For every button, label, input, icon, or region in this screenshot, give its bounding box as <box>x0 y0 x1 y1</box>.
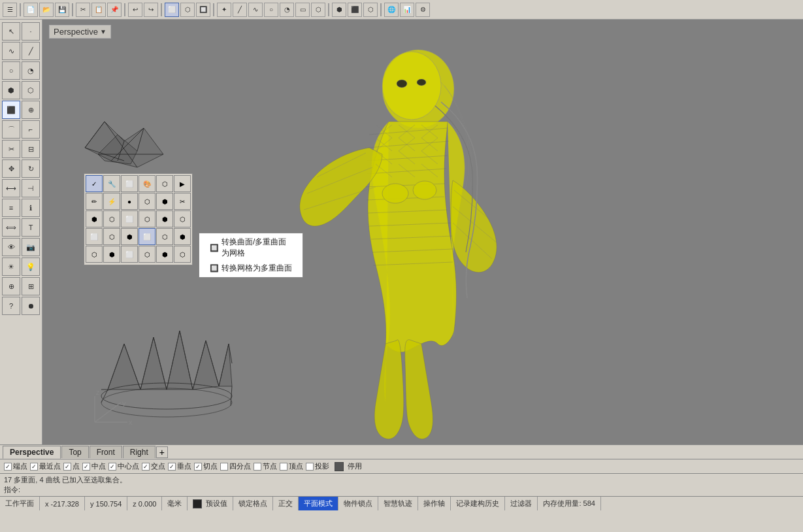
viewport-label[interactable]: Perspective ▼ <box>49 25 111 39</box>
chamfer-tool[interactable]: ⌐ <box>22 120 40 139</box>
tab-top[interactable]: Top <box>61 446 88 458</box>
popup-r5c4-btn[interactable]: ⬡ <box>139 246 156 263</box>
snap-tangent-label[interactable]: 切点 <box>203 461 218 471</box>
menu-btn[interactable]: ☰ <box>3 3 17 17</box>
popup-circle-btn[interactable]: ● <box>121 193 138 210</box>
paste-btn[interactable]: 📌 <box>107 3 122 17</box>
popup-r5c2-btn[interactable]: ⬢ <box>103 246 120 263</box>
snap-project-checkbox[interactable] <box>306 463 314 471</box>
view-tool[interactable]: 👁 <box>2 238 20 256</box>
solid-btn[interactable]: ⬛ <box>348 3 362 17</box>
properties-tool[interactable]: ℹ <box>22 199 40 217</box>
status-snap-obj[interactable]: 物件锁点 <box>338 497 378 510</box>
snap-intersection-checkbox[interactable] <box>142 463 150 471</box>
popup-play-btn[interactable]: ▶ <box>174 175 191 192</box>
popup-bolt-btn[interactable]: ⚡ <box>103 193 120 210</box>
snap-knot-checkbox[interactable] <box>254 463 261 471</box>
select-tool[interactable]: ↖ <box>2 22 20 41</box>
rotate-tool[interactable]: ↻ <box>22 159 40 178</box>
redo-btn[interactable]: ↪ <box>144 3 158 17</box>
camera-tool[interactable]: 📷 <box>22 238 40 256</box>
popup-r3c2-btn[interactable]: ⬡ <box>103 210 120 227</box>
snap-center-label[interactable]: 中心点 <box>118 461 139 471</box>
popup-r4c2-btn[interactable]: ⬡ <box>103 228 120 245</box>
mesh-tool[interactable]: ⬛ <box>2 101 20 119</box>
select-btn[interactable]: ⬜ <box>165 3 179 17</box>
point-tool[interactable]: · <box>22 22 40 41</box>
popup-r4c4-btn[interactable]: ⬜ <box>139 228 156 245</box>
render-setup-tool[interactable]: ☀ <box>2 258 20 276</box>
dimension-tool[interactable]: ⟺ <box>2 218 20 237</box>
status-ortho[interactable]: 正交 <box>273 497 299 510</box>
undo-btn[interactable]: ↩ <box>128 3 142 17</box>
viewport[interactable]: Perspective ▼ <box>42 20 803 444</box>
status-plane-mode[interactable]: 平面模式 <box>299 497 338 510</box>
copy-btn[interactable]: 📋 <box>91 3 106 17</box>
popup-r3c5-btn[interactable]: ⬢ <box>156 210 173 227</box>
status-op-axis[interactable]: 操作轴 <box>418 497 451 510</box>
popup-check-btn[interactable]: ✓ <box>86 175 103 192</box>
boolean-tool[interactable]: ⊕ <box>22 101 40 119</box>
popup-edit-btn[interactable]: ✏ <box>86 193 103 210</box>
circle-tool[interactable]: ○ <box>2 61 20 80</box>
popup-r4c6-btn[interactable]: ⬢ <box>174 228 191 245</box>
snap-quad-label[interactable]: 四分点 <box>229 461 251 471</box>
surface-btn[interactable]: ⬢ <box>332 3 346 17</box>
popup-tools-btn[interactable]: 🔧 <box>103 175 120 192</box>
snap-point-checkbox[interactable] <box>63 463 71 471</box>
popup-r5c5-btn[interactable]: ⬢ <box>156 246 173 263</box>
window-btn[interactable]: 🔲 <box>196 3 210 17</box>
command-input[interactable] <box>23 486 154 494</box>
surface-tool[interactable]: ⬢ <box>2 81 20 99</box>
open-btn[interactable]: 📂 <box>39 3 54 17</box>
tab-add-btn[interactable]: + <box>156 446 168 458</box>
help-tool[interactable]: ? <box>2 297 20 315</box>
arc-tool[interactable]: ◔ <box>22 61 40 80</box>
popup-box-btn[interactable]: ⬜ <box>121 175 138 192</box>
snap-point-label[interactable]: 点 <box>73 461 80 471</box>
submenu-item-1[interactable]: 🔲 转换曲面/多重曲面为网格 <box>199 235 303 261</box>
polygon-btn[interactable]: ⬡ <box>311 3 325 17</box>
popup-r4c3-btn[interactable]: ⬢ <box>121 228 138 245</box>
mirror-tool[interactable]: ⊣ <box>22 179 40 197</box>
popup-r5c3-btn[interactable]: ⬜ <box>121 246 138 263</box>
mesh-btn[interactable]: ⬡ <box>363 3 378 17</box>
text-tool[interactable]: T <box>22 218 40 237</box>
popup-r3c1-btn[interactable]: ⬢ <box>86 210 103 227</box>
snap-stop-label[interactable]: 停用 <box>348 461 362 471</box>
snap-intersection-label[interactable]: 交点 <box>151 461 165 471</box>
popup-color-btn[interactable]: 🎨 <box>139 175 156 192</box>
lasso-btn[interactable]: ⬡ <box>180 3 195 17</box>
grid-tool[interactable]: ⊞ <box>22 277 40 295</box>
snap-knot-label[interactable]: 节点 <box>263 461 277 471</box>
status-record[interactable]: 记录建构历史 <box>451 497 505 510</box>
status-filter[interactable]: 过滤器 <box>505 497 538 510</box>
popup-r3c6-btn[interactable]: ⬡ <box>174 210 191 227</box>
record-tool[interactable]: ⏺ <box>22 297 40 315</box>
rect-btn[interactable]: ▭ <box>295 3 310 17</box>
status-smart-track[interactable]: 智慧轨迹 <box>378 497 418 510</box>
save-btn[interactable]: 💾 <box>55 3 69 17</box>
popup-r3c3-btn[interactable]: ⬜ <box>121 210 138 227</box>
popup-r4c1-btn[interactable]: ⬜ <box>86 228 103 245</box>
popup-hex2-btn[interactable]: ⬢ <box>156 193 173 210</box>
snap-vertex-checkbox[interactable] <box>280 463 287 471</box>
snap-midpoint-label[interactable]: 中点 <box>91 461 106 471</box>
submenu-item-2[interactable]: 🔲 转换网格为多重曲面 <box>199 261 303 276</box>
snap-project-label[interactable]: 投影 <box>315 461 329 471</box>
tab-front[interactable]: Front <box>90 446 122 458</box>
analysis-btn[interactable]: 📊 <box>400 3 414 17</box>
snap-perp-checkbox[interactable] <box>168 463 176 471</box>
layer-tool[interactable]: ≡ <box>2 199 20 217</box>
popup-r3c4-btn[interactable]: ⬡ <box>139 210 156 227</box>
curve-btn[interactable]: ∿ <box>248 3 263 17</box>
tab-perspective[interactable]: Perspective <box>3 446 61 459</box>
arc-btn[interactable]: ◔ <box>280 3 294 17</box>
line-tool[interactable]: ╱ <box>22 42 40 60</box>
snap-tangent-checkbox[interactable] <box>194 463 202 471</box>
cut-btn[interactable]: ✂ <box>76 3 90 17</box>
popup-r5c1-btn[interactable]: ⬡ <box>86 246 103 263</box>
snap-nearest-checkbox[interactable] <box>30 463 38 471</box>
settings-btn[interactable]: ⚙ <box>416 3 430 17</box>
fillet-tool[interactable]: ⌒ <box>2 120 20 139</box>
